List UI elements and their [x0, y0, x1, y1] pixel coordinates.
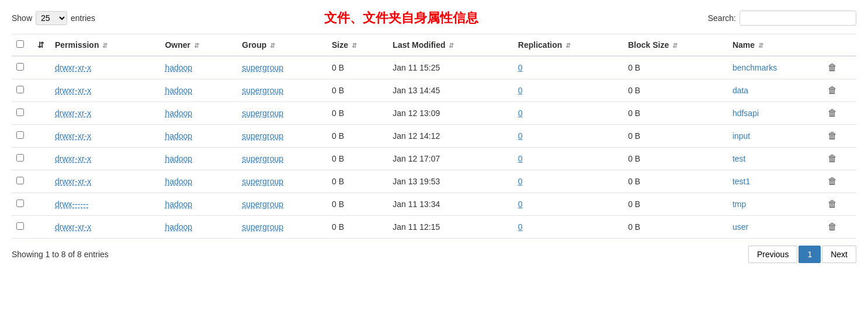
replication-link[interactable]: 0 — [518, 222, 523, 232]
replication-link[interactable]: 0 — [518, 200, 523, 209]
owner-link[interactable]: hadoop — [165, 131, 192, 141]
row-owner: hadoop — [160, 216, 237, 239]
next-button[interactable]: Next — [822, 246, 856, 263]
row-checkbox-cell — [12, 148, 33, 170]
delete-icon[interactable]: 🗑 — [828, 199, 837, 209]
replication-sort-icon[interactable]: ⇵ — [565, 42, 571, 49]
replication-link[interactable]: 0 — [518, 177, 523, 186]
table-row: drwxr-xr-x hadoop supergroup 0 B Jan 12 … — [12, 125, 856, 148]
table-row: drwxr-xr-x hadoop supergroup 0 B Jan 11 … — [12, 216, 856, 239]
delete-icon[interactable]: 🗑 — [828, 131, 837, 141]
permission-link[interactable]: drwxr-xr-x — [55, 131, 91, 141]
replication-link[interactable]: 0 — [518, 154, 523, 163]
row-checkbox[interactable] — [16, 177, 24, 184]
row-name: benchmarks — [728, 56, 823, 79]
permission-link[interactable]: drwxr-xr-x — [55, 222, 91, 232]
delete-icon[interactable]: 🗑 — [828, 85, 837, 95]
owner-link[interactable]: hadoop — [165, 222, 192, 232]
name-link[interactable]: user — [732, 222, 748, 232]
page-1-button[interactable]: 1 — [798, 246, 821, 263]
size-sort-icon[interactable]: ⇵ — [352, 42, 357, 49]
group-link[interactable]: supergroup — [242, 200, 283, 209]
permission-link[interactable]: drwxr-xr-x — [55, 108, 91, 118]
entries-select[interactable]: 10 25 50 100 — [36, 11, 67, 25]
owner-link[interactable]: hadoop — [165, 177, 192, 186]
delete-icon[interactable]: 🗑 — [828, 108, 837, 118]
row-checkbox[interactable] — [16, 86, 24, 93]
row-checkbox[interactable] — [16, 131, 24, 139]
row-checkbox[interactable] — [16, 63, 24, 71]
last-modified-sort-icon[interactable]: ⇵ — [449, 42, 454, 49]
row-last-modified: Jan 12 17:07 — [388, 148, 513, 170]
row-owner: hadoop — [160, 148, 237, 170]
sort-arrows-icon[interactable]: ⇵ — [37, 40, 44, 50]
delete-icon[interactable]: 🗑 — [828, 62, 837, 72]
search-input[interactable] — [739, 10, 856, 26]
file-table: ⇵ Permission ⇵ Owner ⇵ Group ⇵ Size ⇵ — [12, 34, 856, 239]
delete-icon[interactable]: 🗑 — [828, 176, 837, 186]
row-checkbox[interactable] — [16, 200, 24, 207]
table-header-row: ⇵ Permission ⇵ Owner ⇵ Group ⇵ Size ⇵ — [12, 34, 856, 57]
name-link[interactable]: test1 — [732, 177, 750, 186]
row-block-size: 0 B — [623, 102, 728, 125]
name-link[interactable]: input — [732, 131, 750, 141]
permission-sort-icon[interactable]: ⇵ — [102, 42, 107, 49]
previous-button[interactable]: Previous — [748, 246, 797, 263]
page-wrapper: Show 10 25 50 100 entries 文件、文件夹自身属性信息 S… — [0, 0, 868, 272]
replication-link[interactable]: 0 — [518, 131, 523, 141]
row-replication: 0 — [513, 125, 623, 148]
row-checkbox[interactable] — [16, 108, 24, 116]
name-link[interactable]: hdfsapi — [732, 108, 759, 118]
row-checkbox-cell — [12, 125, 33, 148]
group-sort-icon[interactable]: ⇵ — [270, 42, 275, 49]
header-owner: Owner ⇵ — [160, 34, 237, 57]
header-name: Name ⇵ — [728, 34, 823, 57]
owner-link[interactable]: hadoop — [165, 154, 192, 163]
row-name: test1 — [728, 170, 823, 193]
block-size-sort-icon[interactable]: ⇵ — [672, 42, 678, 49]
permission-link[interactable]: drwxr-xr-x — [55, 86, 91, 95]
header-sort-icon-col[interactable]: ⇵ — [33, 34, 50, 57]
replication-link[interactable]: 0 — [518, 108, 523, 118]
search-bar: Search: — [708, 10, 856, 26]
row-size: 0 B — [327, 56, 388, 79]
header-size: Size ⇵ — [327, 34, 388, 57]
group-link[interactable]: supergroup — [242, 63, 283, 72]
permission-link[interactable]: drwx------ — [55, 200, 89, 209]
group-link[interactable]: supergroup — [242, 131, 283, 141]
name-link[interactable]: tmp — [732, 200, 746, 209]
owner-link[interactable]: hadoop — [165, 200, 192, 209]
row-last-modified: Jan 11 15:25 — [388, 56, 513, 79]
permission-link[interactable]: drwxr-xr-x — [55, 63, 91, 72]
delete-icon[interactable]: 🗑 — [828, 153, 837, 163]
delete-icon[interactable]: 🗑 — [828, 222, 837, 232]
row-replication: 0 — [513, 56, 623, 79]
row-checkbox[interactable] — [16, 222, 24, 230]
owner-link[interactable]: hadoop — [165, 108, 192, 118]
replication-link[interactable]: 0 — [518, 63, 523, 72]
name-link[interactable]: benchmarks — [732, 63, 777, 72]
group-link[interactable]: supergroup — [242, 222, 283, 232]
owner-link[interactable]: hadoop — [165, 63, 192, 72]
row-checkbox[interactable] — [16, 154, 24, 162]
name-link[interactable]: data — [732, 86, 748, 95]
row-permission: drwxr-xr-x — [50, 79, 160, 102]
row-owner: hadoop — [160, 170, 237, 193]
group-link[interactable]: supergroup — [242, 86, 283, 95]
row-owner: hadoop — [160, 79, 237, 102]
name-sort-icon[interactable]: ⇵ — [758, 42, 763, 49]
name-link[interactable]: test — [732, 154, 746, 163]
row-owner: hadoop — [160, 193, 237, 216]
owner-link[interactable]: hadoop — [165, 86, 192, 95]
row-delete-cell: 🗑 — [823, 193, 856, 216]
permission-link[interactable]: drwxr-xr-x — [55, 154, 91, 163]
group-link[interactable]: supergroup — [242, 177, 283, 186]
group-link[interactable]: supergroup — [242, 154, 283, 163]
select-all-checkbox[interactable] — [16, 40, 24, 48]
row-checkbox-cell — [12, 193, 33, 216]
replication-link[interactable]: 0 — [518, 86, 523, 95]
row-checkbox-cell — [12, 216, 33, 239]
owner-sort-icon[interactable]: ⇵ — [194, 42, 199, 49]
permission-link[interactable]: drwxr-xr-x — [55, 177, 91, 186]
group-link[interactable]: supergroup — [242, 108, 283, 118]
